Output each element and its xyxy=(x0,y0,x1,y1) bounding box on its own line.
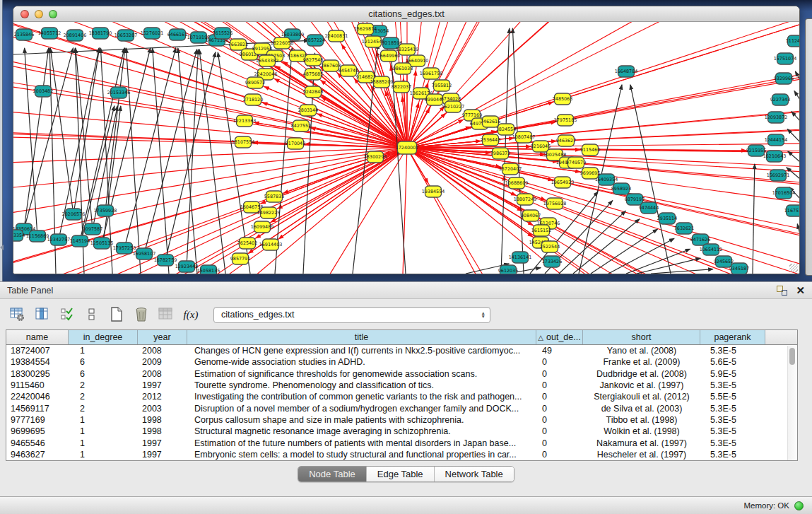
network-node[interactable]: 15692971 xyxy=(767,170,790,181)
network-node[interactable]: 20891406 xyxy=(64,30,87,41)
cell-short[interactable]: Wolkin et al. (1998) xyxy=(583,426,700,436)
left-splitter[interactable] xyxy=(0,0,3,281)
cell-pagerank[interactable]: 5.6E-5 xyxy=(700,357,765,367)
cell-name[interactable]: 9777169 xyxy=(6,415,69,425)
cell-in_degree[interactable]: 1 xyxy=(69,450,138,460)
cell-short[interactable]: Tibbo et al. (1998) xyxy=(583,415,700,425)
column-visibility-button[interactable] xyxy=(33,305,52,324)
network-node[interactable]: 16961758 xyxy=(420,68,443,79)
cell-in_degree[interactable]: 2 xyxy=(69,392,138,402)
network-node[interactable]: 12213363 xyxy=(233,115,257,127)
network-node[interactable]: 16914403 xyxy=(259,239,283,250)
network-node[interactable]: 18300295 xyxy=(364,151,387,163)
table-row[interactable]: 969969511998Structural magnetic resonanc… xyxy=(6,426,797,437)
network-node[interactable]: 15720407 xyxy=(499,163,522,175)
cell-in_degree[interactable]: 6 xyxy=(69,369,138,379)
network-node[interactable]: 11156869 xyxy=(26,230,49,242)
cell-out_de[interactable]: 0 xyxy=(536,450,583,460)
table-row[interactable]: 977716911998Corpus callosum shape and si… xyxy=(6,414,797,426)
cell-short[interactable]: Dudbridge et al. (2008) xyxy=(583,369,700,379)
network-node[interactable]: 15751074 xyxy=(774,53,797,64)
cell-short[interactable]: Hescheler et al. (1997) xyxy=(583,450,700,460)
cell-short[interactable]: Stergiakouli et al. (2012) xyxy=(583,392,700,402)
network-node[interactable]: 10654112 xyxy=(700,244,723,255)
cell-short[interactable]: Jankovic et al. (1997) xyxy=(583,380,700,390)
cell-title[interactable]: Tourette syndrome. Phenomenology and cla… xyxy=(187,380,536,390)
network-node[interactable]: 7857224 xyxy=(305,35,325,46)
cell-title[interactable]: Structural magnetic resonance image aver… xyxy=(187,426,536,436)
table-row[interactable]: 1830029562008Estimation of significance … xyxy=(6,368,797,380)
network-node[interactable]: 19756928 xyxy=(543,198,567,209)
network-node[interactable]: 20153346 xyxy=(107,87,131,98)
network-node[interactable]: 20206576 xyxy=(62,209,86,220)
network-node[interactable]: 7615526 xyxy=(213,28,233,39)
network-node[interactable]: 1615152 xyxy=(531,225,551,236)
network-node[interactable]: 16958107 xyxy=(133,248,156,259)
cell-pagerank[interactable]: 5.3E-5 xyxy=(700,380,765,390)
cell-year[interactable]: 1998 xyxy=(138,415,187,425)
cell-out_de[interactable]: 0 xyxy=(536,392,583,402)
tab-node-table[interactable]: Node Table xyxy=(298,467,367,481)
cell-in_degree[interactable]: 6 xyxy=(69,357,138,367)
float-panel-icon[interactable] xyxy=(777,286,787,296)
citation-network-graph[interactable]: 2135846140557122089140618381790106532871… xyxy=(13,22,799,274)
network-node[interactable]: 9345187 xyxy=(729,263,749,274)
network-node[interactable]: 15885209 xyxy=(370,76,394,88)
network-node[interactable]: 19384554 xyxy=(422,186,445,197)
cell-pagerank[interactable]: 5.9E-5 xyxy=(700,369,765,379)
import-table-button[interactable] xyxy=(157,305,175,324)
network-node[interactable]: 9097587 xyxy=(83,223,102,235)
network-node[interactable]: 10688609 xyxy=(505,177,529,189)
cell-year[interactable]: 2008 xyxy=(138,369,187,379)
cell-short[interactable]: Yano et al. (2008) xyxy=(583,346,700,356)
network-node[interactable]: 2522544 xyxy=(540,241,560,252)
network-node[interactable]: 9474444 xyxy=(639,202,659,214)
network-node[interactable]: 9170043 xyxy=(286,138,305,149)
cell-pagerank[interactable]: 5.3E-5 xyxy=(700,404,765,414)
table-row[interactable]: 946362711997Embryonic stem cells: a mode… xyxy=(6,449,797,460)
network-node[interactable]: 5587835 xyxy=(264,191,284,202)
cell-name[interactable]: 9465546 xyxy=(6,438,69,448)
network-node[interactable]: 9890572 xyxy=(245,77,265,88)
cell-year[interactable]: 2008 xyxy=(138,346,187,356)
table-row[interactable]: 1938455462009Genome-wide association stu… xyxy=(6,356,797,368)
column-header-out_de[interactable]: △out_de... xyxy=(536,330,583,344)
cell-in_degree[interactable]: 2 xyxy=(69,404,138,414)
cell-title[interactable]: Estimation of significance thresholds fo… xyxy=(187,369,536,379)
cell-pagerank[interactable]: 5.3E-5 xyxy=(700,426,765,436)
window-resize-grip[interactable] xyxy=(789,264,798,272)
table-row[interactable]: 1872400712008Changes of HCN gene express… xyxy=(6,345,797,356)
network-node[interactable]: 16099489 xyxy=(251,221,274,233)
cell-name[interactable]: 19384554 xyxy=(6,357,69,367)
network-node[interactable]: 16782759 xyxy=(154,255,177,266)
table-mode-button[interactable] xyxy=(8,305,27,324)
cell-short[interactable]: Nakamura et al. (1997) xyxy=(583,438,700,448)
network-node[interactable]: 6466161 xyxy=(167,29,187,40)
cell-pagerank[interactable]: 5.3E-5 xyxy=(700,415,765,425)
cell-name[interactable]: 14569117 xyxy=(6,404,69,414)
network-node[interactable]: 2135846 xyxy=(14,29,34,40)
network-node[interactable]: 1167533 xyxy=(784,205,799,216)
cell-pagerank[interactable]: 5.3E-5 xyxy=(700,346,765,356)
cell-out_de[interactable]: 0 xyxy=(536,404,583,414)
cell-out_de[interactable]: 0 xyxy=(536,415,583,425)
network-node[interactable]: 18381790 xyxy=(89,28,112,39)
network-node[interactable]: 7485063 xyxy=(553,93,572,105)
cell-year[interactable]: 1997 xyxy=(138,380,187,390)
cell-name[interactable]: 22420046 xyxy=(6,392,69,402)
network-node[interactable]: 16543382 xyxy=(256,55,279,66)
table-row[interactable]: 1456911722003Disruption of a novel membe… xyxy=(6,402,797,414)
cell-name[interactable]: 9463627 xyxy=(6,450,69,460)
network-node[interactable]: 16648784 xyxy=(615,66,638,77)
cell-out_de[interactable]: 0 xyxy=(536,438,583,448)
network-node[interactable]: 4875685 xyxy=(303,69,323,80)
table-row[interactable]: 911546021997Tourette syndrome. Phenomeno… xyxy=(6,380,797,391)
network-node[interactable]: 8822037 xyxy=(392,81,411,93)
close-panel-icon[interactable]: ✕ xyxy=(796,286,805,296)
cell-in_degree[interactable]: 1 xyxy=(69,438,138,448)
network-node[interactable]: 17975185 xyxy=(554,115,577,126)
network-node[interactable]: 9749579 xyxy=(566,157,586,168)
cell-year[interactable]: 2012 xyxy=(138,392,187,402)
cell-title[interactable]: Corpus callosum shape and size in male p… xyxy=(187,415,536,425)
network-node[interactable]: 18107554 xyxy=(232,136,255,148)
